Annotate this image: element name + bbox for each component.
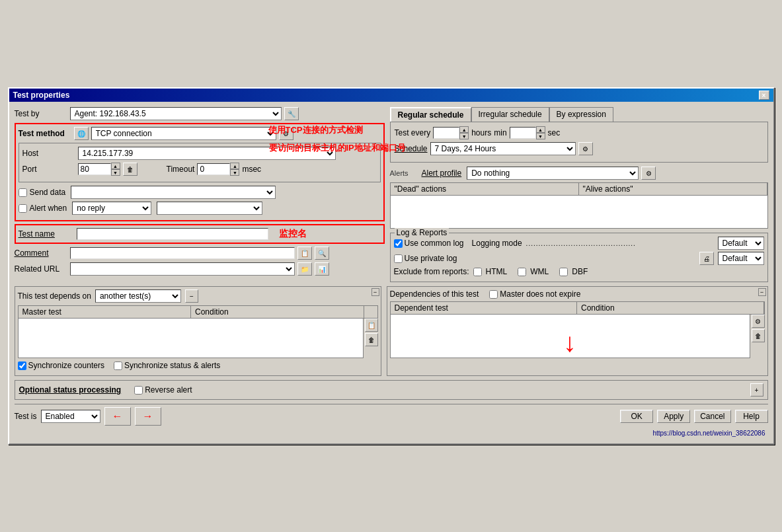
test-is-select[interactable]: Enabled [41,410,100,423]
actions-table-body [390,196,768,229]
comment-input[interactable]: 192.168.43.5 TCP 14.215.177.39 [70,247,295,259]
port-spin-arrows: ▲ ▼ [111,163,120,176]
send-data-select[interactable] [71,186,276,199]
alert-when-checkbox[interactable] [19,204,27,213]
test-every-up[interactable]: ▲ [459,126,469,133]
sync-counters-label: Synchronize counters [28,361,104,370]
master-test-del-btn[interactable]: 🗑 [365,333,378,346]
related-url-select[interactable] [70,262,295,276]
annotation1: 使用TCP连接的方式检测 [268,124,363,136]
related-url-btn2[interactable]: 📊 [315,262,329,276]
depends-on-select[interactable]: another test(s) [95,289,181,303]
test-by-icon-btn[interactable]: 🔧 [284,107,299,120]
timeout-down-arrow[interactable]: ▼ [230,169,239,176]
ok-button[interactable]: OK [620,410,653,423]
private-log-icon[interactable]: 🖨 [699,252,714,265]
schedule-select[interactable]: 7 Days, 24 Hours [430,142,576,155]
use-private-log-group: Use private log [394,254,457,263]
log-reports-label: Log & Reports [395,228,450,237]
tab-regular[interactable]: Regular schedule [390,107,471,122]
test-is-label: Test is [15,412,37,421]
port-down-arrow[interactable]: ▼ [111,169,120,176]
test-every-unit1: hours [471,128,491,137]
schedule-tabs: Regular schedule Irregular schedule By e… [390,107,768,122]
comment-btn2[interactable]: 🔍 [315,247,329,260]
alert-when-select2[interactable] [157,202,262,215]
depends-left-collapse[interactable]: − [371,288,379,296]
sec-label: sec [548,128,561,137]
depends-right-collapse[interactable]: − [758,288,766,296]
test-method-select[interactable]: TCP connection [91,127,276,140]
apply-button[interactable]: Apply [657,410,690,423]
html-checkbox[interactable] [473,268,482,276]
alert-when-label: Alert when [30,204,67,213]
reverse-alert-checkbox[interactable] [134,386,143,395]
dependent-test-col: Dependent test [391,302,578,314]
sec-down[interactable]: ▼ [536,133,545,139]
depends-left-header: This test depends on another test(s) − [18,289,378,303]
sync-status-checkbox[interactable] [114,361,122,370]
use-private-log-checkbox[interactable] [394,254,403,263]
test-every-label: Test every [395,128,431,137]
test-every-spinbox: 2 ▲ ▼ [433,126,469,139]
actions-table-header: "Dead" actions "Alive actions" [390,182,768,196]
private-default-select[interactable]: Default [718,252,764,265]
port-spinbox: 80 ▲ ▼ [78,163,120,176]
annotation2: 要访问的目标主机的IP地址和端口号 [269,142,406,154]
exclude-label: Exclude from reports: [394,267,469,276]
sec-input[interactable]: 30 [510,127,536,139]
log-row3: Exclude from reports: HTML WML DBF [394,267,764,276]
alert-when-select[interactable]: no reply [72,202,151,215]
close-button[interactable]: × [759,91,769,100]
comment-btn1[interactable]: 📋 [297,247,312,260]
condition-col2: Condition [577,302,764,314]
tab-expression[interactable]: By expression [549,107,613,122]
dependent-test-icon-btn[interactable]: ⚙ [752,315,765,328]
alert-profile-row: Alerts Alert profile Do nothing ⚙ [390,167,768,180]
test-by-label: Test by [15,109,67,118]
timeout-up-arrow[interactable]: ▲ [230,163,239,169]
port-input[interactable]: 80 [78,163,111,175]
alert-profile-select[interactable]: Do nothing [467,167,639,180]
footer-left: Test is Enabled ← → [15,407,161,426]
send-data-checkbox[interactable] [19,188,27,197]
title-buttons: × [759,91,769,100]
use-common-log-checkbox[interactable] [394,239,403,248]
test-name-input[interactable]: 192.168.43.5 TCP 14.215.177.39 [77,228,268,240]
test-every-input[interactable]: 2 [433,127,459,139]
next-arrow-btn[interactable]: → [135,407,161,426]
port-up-arrow[interactable]: ▲ [111,163,120,169]
send-data-row: Send data [19,186,381,199]
cancel-button[interactable]: Cancel [694,410,730,423]
port-clear-btn[interactable]: 🗑 [123,163,137,176]
sec-up[interactable]: ▲ [536,126,545,133]
sync-counters-checkbox[interactable] [18,361,26,370]
alert-profile-btn[interactable]: ⚙ [641,167,656,180]
tab-content: Test every 2 ▲ ▼ hours min 30 [390,122,768,163]
host-port-group: 要访问的目标主机的IP地址和端口号 Host 14.215.177.39 Por… [19,143,381,182]
test-by-select[interactable]: Agent: 192.168.43.5 [70,107,282,120]
dbf-checkbox[interactable] [559,268,568,276]
dependent-test-del-btn[interactable]: 🗑 [752,329,765,342]
dead-actions-header: "Dead" actions [391,183,579,195]
comment-label: Comment [15,248,67,258]
log-row2: Use private log 🖨 Default [394,252,764,265]
master-test-area: 📋 🗑 [18,319,378,358]
left-panel: Test by Agent: 192.168.43.5 🔧 Test metho… [15,107,385,282]
timeout-spin-arrows: ▲ ▼ [230,163,239,176]
prev-arrow-btn[interactable]: ← [104,407,131,426]
master-test-add-btn[interactable]: 📋 [365,319,378,332]
timeout-input[interactable]: 0 [197,163,230,175]
related-url-row: Related URL 📁 📊 [15,262,385,276]
optional-expand-btn[interactable]: + [750,383,763,397]
test-every-down[interactable]: ▼ [459,133,469,139]
tab-irregular[interactable]: Irregular schedule [471,107,549,122]
schedule-icon-btn[interactable]: ⚙ [578,142,593,155]
optional-label: Optional status processing [19,385,122,395]
help-button[interactable]: Help [735,410,768,423]
wml-checkbox[interactable] [518,268,526,276]
depends-minus-btn[interactable]: − [185,289,198,303]
related-url-btn1[interactable]: 📁 [297,262,312,276]
logging-default-select[interactable]: Default [718,237,764,250]
master-not-expire-checkbox[interactable] [489,290,498,299]
